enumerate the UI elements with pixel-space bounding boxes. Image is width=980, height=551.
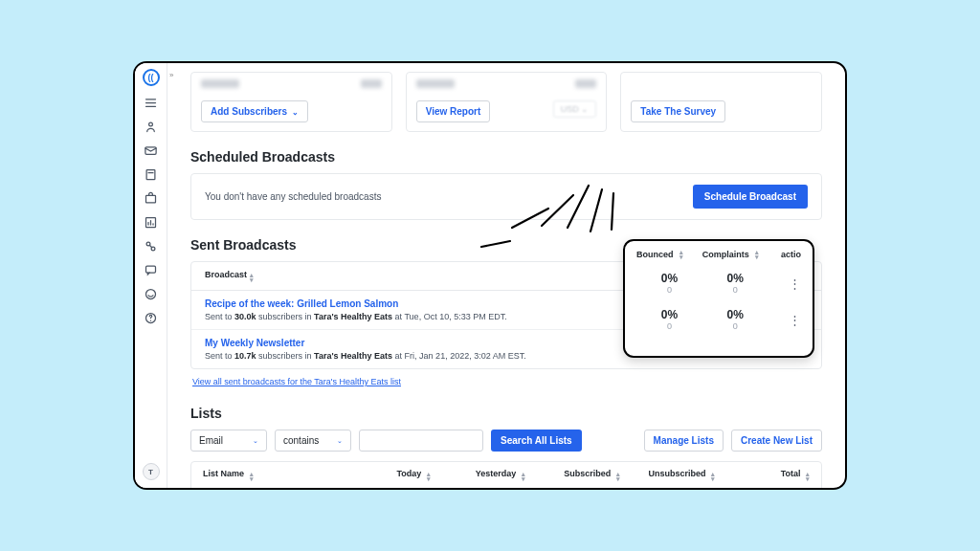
lists-table: List Name ▴▾ Today ▴▾ Yesterday ▴▾ Subsc… xyxy=(190,461,822,488)
help-icon[interactable] xyxy=(144,311,158,325)
col-yesterday[interactable]: Yesterday xyxy=(476,469,517,478)
popup-row-actions[interactable]: ⋮ xyxy=(768,276,801,291)
sort-icon: ▴▾ xyxy=(679,250,683,259)
chevron-down-icon: ⌄ xyxy=(253,437,258,445)
popup-row: 0%0 0%0 ⋮ xyxy=(625,265,813,301)
bounced-pct: 0% xyxy=(636,308,702,321)
complaints-n: 0 xyxy=(702,285,768,295)
subscribers-icon[interactable] xyxy=(144,120,158,134)
col-complaints[interactable]: Complaints xyxy=(702,250,749,259)
avatar[interactable]: T xyxy=(143,463,160,480)
col-total[interactable]: Total xyxy=(781,469,801,478)
popup-row-actions[interactable]: ⋮ xyxy=(768,313,801,327)
logo-icon: (( xyxy=(143,69,160,86)
filter-op-select[interactable]: contains⌄ xyxy=(275,430,351,452)
schedule-broadcast-button[interactable]: Schedule Broadcast xyxy=(693,185,808,209)
filter-value-input[interactable] xyxy=(359,430,483,452)
chevron-down-icon: ⌄ xyxy=(337,437,343,445)
popup-row: 0%0 0%0 ⋮ xyxy=(625,301,813,338)
integrations-icon[interactable] xyxy=(144,287,158,301)
svg-rect-5 xyxy=(146,170,155,180)
col-bounced[interactable]: Bounced xyxy=(636,250,674,259)
chevron-down-icon: ⌄ xyxy=(292,108,299,117)
complaints-pct: 0% xyxy=(702,308,768,321)
scheduled-empty-box: You don't have any scheduled broadcasts … xyxy=(190,173,822,220)
svg-point-16 xyxy=(146,290,156,299)
bounced-n: 0 xyxy=(636,321,702,331)
pages-icon[interactable] xyxy=(144,167,158,182)
col-today[interactable]: Today xyxy=(396,469,421,478)
broadcast-meta: Sent to 30.0k subscribers in Tara's Heal… xyxy=(205,312,687,321)
sort-icon: ▴▾ xyxy=(755,250,759,259)
view-report-button[interactable]: View Report xyxy=(416,100,491,122)
sort-icon: ▴▾ xyxy=(806,472,810,481)
lists-filter-row: Email⌄ contains⌄ Search All Lists Manage… xyxy=(190,430,822,452)
col-list-name[interactable]: List Name xyxy=(203,469,244,478)
ecommerce-icon[interactable] xyxy=(144,191,158,206)
sort-icon: ▴▾ xyxy=(250,472,254,481)
search-lists-button[interactable]: Search All Lists xyxy=(491,430,582,452)
card-add-subscribers: Add Subscribers⌄ xyxy=(190,72,392,132)
filter-field-select[interactable]: Email⌄ xyxy=(190,430,267,452)
view-all-link[interactable]: View all sent broadcasts for the Tara's … xyxy=(190,369,401,388)
col-unsubscribed[interactable]: Unsubscribed xyxy=(648,469,705,478)
complaints-pct: 0% xyxy=(702,272,768,285)
filter-field-label: Email xyxy=(199,435,223,446)
broadcast-meta: Sent to 10.7k subscribers in Tara's Heal… xyxy=(205,351,687,361)
bounced-pct: 0% xyxy=(636,272,702,285)
dashboard-icon[interactable] xyxy=(144,96,158,110)
col-actions: actio xyxy=(781,250,801,259)
col-broadcast[interactable]: Broadcast xyxy=(205,270,247,279)
chat-icon[interactable] xyxy=(144,263,158,277)
lists-header: List Name ▴▾ Today ▴▾ Yesterday ▴▾ Subsc… xyxy=(191,462,821,488)
col-subscribed[interactable]: Subscribed xyxy=(564,469,611,478)
messages-icon[interactable] xyxy=(144,143,158,158)
take-survey-button[interactable]: Take The Survey xyxy=(631,100,725,122)
add-subscribers-button[interactable]: Add Subscribers⌄ xyxy=(201,100,308,122)
filter-op-label: contains xyxy=(283,435,319,446)
lists-title: Lists xyxy=(190,406,822,421)
app-frame: (( T » Add Subscribers⌄ View Report USD … xyxy=(133,61,847,490)
bounced-n: 0 xyxy=(636,285,702,295)
svg-rect-15 xyxy=(146,266,156,273)
automations-icon[interactable] xyxy=(144,239,158,253)
svg-rect-7 xyxy=(146,195,156,203)
top-card-row: Add Subscribers⌄ View Report USD ⌄ Take … xyxy=(190,63,822,132)
reports-icon[interactable] xyxy=(144,215,158,230)
add-subs-label: Add Subscribers xyxy=(211,106,287,117)
scheduled-empty-text: You don't have any scheduled broadcasts xyxy=(205,191,381,202)
sidebar: (( T xyxy=(135,63,167,488)
broadcast-title[interactable]: My Weekly Newsletter xyxy=(205,338,687,348)
sort-icon: ▴▾ xyxy=(250,273,254,282)
scheduled-title: Scheduled Broadcasts xyxy=(190,149,822,165)
complaints-n: 0 xyxy=(702,321,768,331)
popup-header: Bounced▴▾ Complaints▴▾ actio xyxy=(625,241,813,265)
manage-lists-button[interactable]: Manage Lists xyxy=(644,430,724,452)
card-view-report: View Report USD ⌄ xyxy=(406,72,608,132)
avatar-initial: T xyxy=(148,468,153,476)
card-survey: Take The Survey xyxy=(620,72,822,132)
svg-line-14 xyxy=(149,245,152,248)
svg-point-3 xyxy=(149,122,153,126)
create-list-button[interactable]: Create New List xyxy=(731,430,822,452)
broadcast-title[interactable]: Recipe of the week: Grilled Lemon Salmon xyxy=(205,298,687,309)
currency-select[interactable]: USD ⌄ xyxy=(553,100,597,118)
popup-stats: Bounced▴▾ Complaints▴▾ actio 0%0 0%0 ⋮ 0… xyxy=(623,239,814,358)
